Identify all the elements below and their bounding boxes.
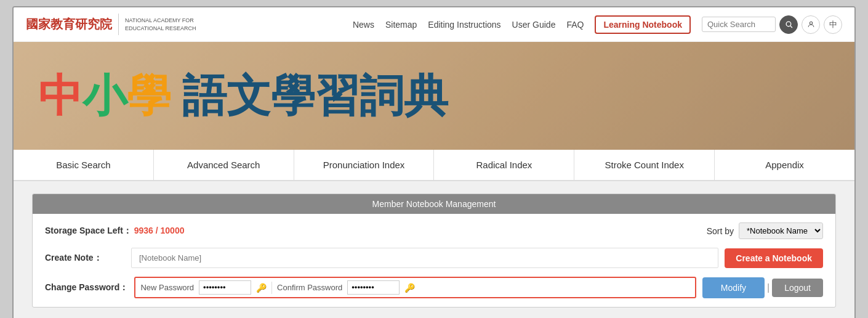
banner-title: 中小學 語文學習詞典: [38, 74, 448, 118]
sort-by-label: Sort by: [707, 226, 734, 236]
nav-sitemap[interactable]: Sitemap: [385, 20, 417, 30]
svg-line-1: [790, 26, 792, 28]
confirm-password-input[interactable]: [347, 280, 400, 295]
action-buttons: Modify | Logout: [702, 277, 823, 298]
change-password-label: Change Password：: [45, 282, 128, 293]
create-note-label: Create Note：: [45, 253, 125, 264]
nav-editing-instructions[interactable]: Editing Instructions: [428, 20, 500, 30]
change-password-row: Change Password： New Password 🔑 Confirm …: [45, 277, 823, 298]
svg-point-0: [786, 22, 791, 26]
lang-toggle-button[interactable]: 中: [824, 15, 842, 34]
tab-stroke-count-index[interactable]: Stroke Count Index: [574, 150, 715, 180]
sort-select[interactable]: *Notebook Name: [739, 222, 823, 239]
management-header: Member Notebook Management: [33, 194, 835, 214]
learning-notebook-button[interactable]: Learning Notebook: [595, 15, 691, 34]
sort-area: Sort by *Notebook Name: [707, 222, 823, 239]
storage-label: Storage Space Left： 9936 / 10000: [45, 226, 184, 237]
tabs-bar: Basic Search Advanced Search Pronunciati…: [14, 150, 854, 181]
banner: 中小學 語文學習詞典: [14, 42, 854, 150]
nav-news[interactable]: News: [353, 20, 374, 30]
notebook-name-input[interactable]: [131, 248, 718, 268]
svg-point-2: [810, 22, 812, 24]
management-body: Storage Space Left： 9936 / 10000 Sort by…: [33, 214, 835, 307]
new-password-input[interactable]: [199, 280, 251, 295]
management-box: Member Notebook Management Storage Space…: [32, 194, 836, 308]
banner-char3: 學: [127, 71, 171, 121]
password-divider: [271, 282, 272, 294]
banner-rest: 語文學習詞典: [182, 71, 448, 121]
tab-radical-index[interactable]: Radical Index: [434, 150, 574, 180]
tab-pronunciation-index[interactable]: Pronunciation Index: [294, 150, 435, 180]
new-password-label: New Password: [140, 283, 194, 292]
logo-english: National Academy for Educational Researc…: [125, 17, 196, 32]
modify-button[interactable]: Modify: [702, 277, 765, 298]
search-icon-button[interactable]: [779, 15, 798, 34]
banner-char1: 中: [38, 71, 82, 121]
quick-search-input[interactable]: [702, 17, 776, 32]
tab-basic-search[interactable]: Basic Search: [14, 150, 154, 180]
storage-value: 9936 / 10000: [134, 226, 185, 235]
logout-button[interactable]: Logout: [772, 279, 823, 297]
nav-faq[interactable]: FAQ: [566, 20, 584, 30]
user-icon-button[interactable]: [802, 15, 820, 34]
search-area: 中: [702, 15, 842, 34]
logo-chinese: 國家教育研究院: [26, 16, 112, 33]
confirm-password-label: Confirm Password: [277, 283, 342, 292]
nav-user-guide[interactable]: User Guide: [512, 20, 556, 30]
password-fields: New Password 🔑 Confirm Password 🔑: [134, 277, 696, 298]
banner-char2: 小: [82, 71, 127, 121]
main-frame: 國家教育研究院 National Academy for Educational…: [12, 6, 856, 318]
header: 國家教育研究院 National Academy for Educational…: [14, 7, 854, 42]
tab-advanced-search[interactable]: Advanced Search: [154, 150, 294, 180]
create-notebook-button[interactable]: Create a Notebook: [725, 248, 823, 268]
new-password-key-icon: 🔑: [256, 283, 267, 293]
management-title: Member Notebook Management: [372, 199, 496, 209]
create-note-row: Create Note： Create a Notebook: [45, 248, 823, 268]
confirm-password-key-icon: 🔑: [404, 283, 415, 293]
nav-area: News Sitemap Editing Instructions User G…: [353, 15, 842, 34]
content-area: Member Notebook Management Storage Space…: [14, 181, 854, 318]
button-separator: |: [766, 282, 771, 293]
logo-area: 國家教育研究院 National Academy for Educational…: [26, 14, 196, 35]
storage-row: Storage Space Left： 9936 / 10000 Sort by…: [45, 222, 823, 239]
logo-divider: [118, 14, 119, 35]
tab-appendix[interactable]: Appendix: [715, 150, 854, 180]
